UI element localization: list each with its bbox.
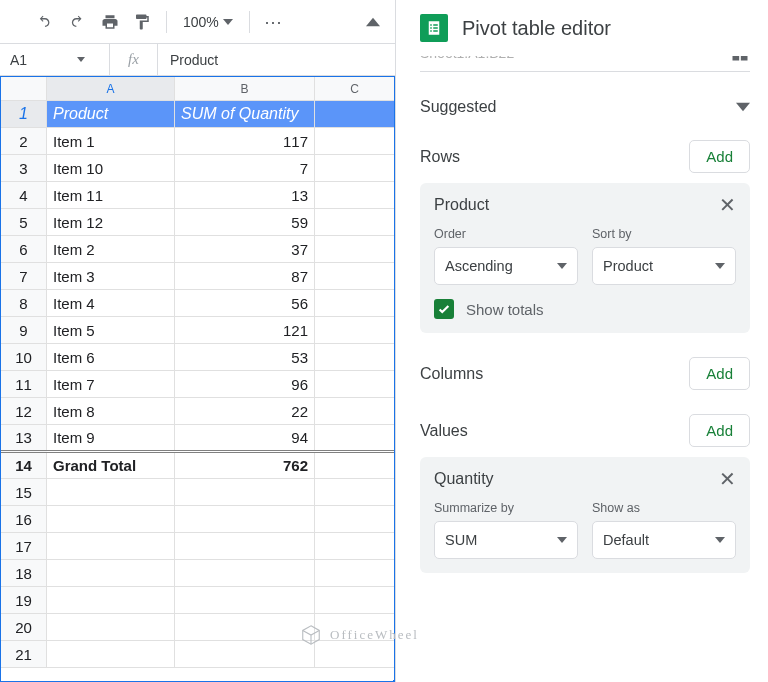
cell[interactable] (315, 398, 395, 425)
cell[interactable]: Item 7 (47, 371, 175, 398)
showas-select[interactable]: Default (592, 521, 736, 559)
cell[interactable] (315, 506, 395, 533)
cell[interactable] (315, 371, 395, 398)
more-button[interactable]: ⋯ (260, 8, 288, 36)
zoom-select[interactable]: 100% (177, 14, 239, 30)
cell[interactable] (47, 614, 175, 641)
cell[interactable] (315, 344, 395, 371)
cell[interactable] (315, 317, 395, 344)
sortby-select[interactable]: Product (592, 247, 736, 285)
cell[interactable]: Item 9 (47, 425, 175, 452)
cell[interactable] (47, 533, 175, 560)
row-header[interactable]: 5 (1, 209, 47, 236)
cell[interactable] (175, 479, 315, 506)
cell[interactable] (315, 236, 395, 263)
row-header[interactable]: 14 (1, 452, 47, 479)
row-header[interactable]: 6 (1, 236, 47, 263)
cell[interactable]: Grand Total (47, 452, 175, 479)
row-header[interactable]: 13 (1, 425, 47, 452)
cell[interactable] (175, 506, 315, 533)
cell[interactable]: Item 3 (47, 263, 175, 290)
cell[interactable]: Item 1 (47, 128, 175, 155)
cell[interactable]: 121 (175, 317, 315, 344)
cell[interactable]: Item 8 (47, 398, 175, 425)
close-icon[interactable]: ✕ (719, 469, 736, 489)
suggested-section[interactable]: Suggested (420, 98, 750, 116)
close-icon[interactable]: ✕ (719, 195, 736, 215)
cell[interactable] (175, 587, 315, 614)
cell[interactable]: Item 11 (47, 182, 175, 209)
row-header[interactable]: 15 (1, 479, 47, 506)
col-header-c[interactable]: C (315, 77, 395, 101)
row-header[interactable]: 20 (1, 614, 47, 641)
row-header[interactable]: 16 (1, 506, 47, 533)
cell[interactable]: 59 (175, 209, 315, 236)
cell[interactable]: Item 2 (47, 236, 175, 263)
row-header[interactable]: 12 (1, 398, 47, 425)
undo-button[interactable] (32, 8, 60, 36)
cell[interactable]: SUM of Quantity (175, 101, 315, 128)
cell[interactable]: Product (47, 101, 175, 128)
cell[interactable]: 53 (175, 344, 315, 371)
cell[interactable]: 13 (175, 182, 315, 209)
row-header[interactable]: 9 (1, 317, 47, 344)
row-header[interactable]: 2 (1, 128, 47, 155)
cell[interactable] (315, 290, 395, 317)
row-header[interactable]: 3 (1, 155, 47, 182)
cell[interactable] (315, 560, 395, 587)
cell[interactable] (175, 560, 315, 587)
row-header[interactable]: 7 (1, 263, 47, 290)
row-header[interactable]: 19 (1, 587, 47, 614)
cell[interactable] (47, 641, 175, 668)
cell[interactable] (315, 182, 395, 209)
cell[interactable]: 56 (175, 290, 315, 317)
cell[interactable]: 22 (175, 398, 315, 425)
redo-button[interactable] (64, 8, 92, 36)
row-header[interactable]: 18 (1, 560, 47, 587)
formula-input[interactable]: Product (158, 52, 395, 68)
cell[interactable] (315, 101, 395, 128)
cell[interactable] (47, 560, 175, 587)
name-box[interactable]: A1 (0, 44, 110, 75)
cell[interactable]: 762 (175, 452, 315, 479)
row-header[interactable]: 11 (1, 371, 47, 398)
cell[interactable]: 117 (175, 128, 315, 155)
cell[interactable]: 94 (175, 425, 315, 452)
cell[interactable]: Item 12 (47, 209, 175, 236)
cell[interactable]: Item 4 (47, 290, 175, 317)
paint-format-button[interactable] (128, 8, 156, 36)
cell[interactable] (315, 128, 395, 155)
values-add-button[interactable]: Add (689, 414, 750, 447)
row-header[interactable]: 4 (1, 182, 47, 209)
columns-add-button[interactable]: Add (689, 357, 750, 390)
cell[interactable]: 87 (175, 263, 315, 290)
print-button[interactable] (96, 8, 124, 36)
cell[interactable] (315, 425, 395, 452)
cell[interactable] (47, 479, 175, 506)
row-header[interactable]: 10 (1, 344, 47, 371)
col-header-a[interactable]: A (47, 77, 175, 101)
cell[interactable] (315, 587, 395, 614)
row-header[interactable]: 17 (1, 533, 47, 560)
col-header-b[interactable]: B (175, 77, 315, 101)
row-header[interactable]: 21 (1, 641, 47, 668)
cell[interactable] (315, 479, 395, 506)
summarize-select[interactable]: SUM (434, 521, 578, 559)
cell[interactable] (315, 452, 395, 479)
cell[interactable] (175, 533, 315, 560)
grid-icon[interactable] (730, 56, 750, 66)
cell[interactable]: 37 (175, 236, 315, 263)
cell[interactable] (315, 155, 395, 182)
cell[interactable]: Item 5 (47, 317, 175, 344)
collapse-toolbar-button[interactable] (359, 8, 387, 36)
cell[interactable] (315, 533, 395, 560)
cell[interactable] (315, 263, 395, 290)
cell[interactable] (175, 641, 315, 668)
show-totals-checkbox[interactable] (434, 299, 454, 319)
order-select[interactable]: Ascending (434, 247, 578, 285)
cell[interactable]: 96 (175, 371, 315, 398)
cell[interactable]: Item 6 (47, 344, 175, 371)
cell[interactable] (315, 209, 395, 236)
cell[interactable] (175, 614, 315, 641)
cell[interactable]: 7 (175, 155, 315, 182)
